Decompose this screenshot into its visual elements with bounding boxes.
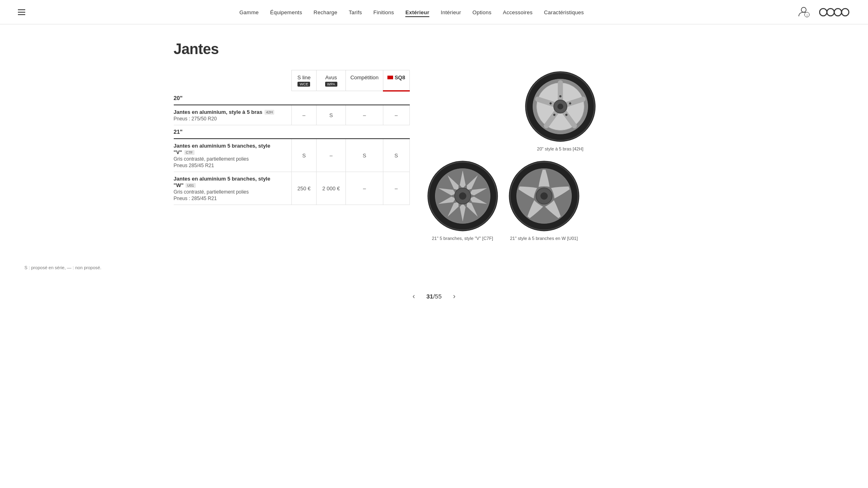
nav-left	[16, 8, 27, 17]
page-footer: ‹ 31/55 ›	[0, 278, 868, 310]
right-panel: 20" style à 5 bras [42H]	[426, 70, 695, 241]
wheel-20-caption: 20" style à 5 bras [42H]	[537, 146, 584, 151]
nav-link-finitions[interactable]: Finitions	[374, 9, 394, 15]
left-panel: S lineWCEAvusWPACompétitionSQ8 20"Jantes…	[174, 70, 410, 241]
current-page: 31	[426, 293, 433, 300]
navigation: GammeÉquipementsRechargeTarifsFinitionsE…	[0, 0, 868, 24]
table-row: Jantes en aluminium, style à 5 bras42HPn…	[174, 105, 410, 125]
hamburger-menu[interactable]	[16, 8, 27, 17]
wheel-21v-caption: 21" 5 branches, style "V" [C7F]	[432, 236, 493, 241]
svg-point-3	[820, 9, 827, 16]
config-table: S lineWCEAvusWPACompétitionSQ8 20"Jantes…	[174, 70, 410, 205]
table-row: Jantes en aluminium 5 branches, style "V…	[174, 139, 410, 172]
wheel-image-20: 20" style à 5 bras [42H]	[426, 70, 695, 151]
nav-link-caractristiques[interactable]: Caractéristiques	[544, 9, 584, 15]
total-pages: 55	[435, 293, 442, 300]
wheel-21w-caption: 21" style à 5 branches en W [U01]	[510, 236, 578, 241]
svg-point-4	[827, 9, 834, 16]
page-title: Jantes	[174, 41, 695, 58]
col-header-comptition: Compétition	[346, 70, 383, 91]
col-header-avus: AvusWPA	[316, 70, 345, 91]
svg-text:↕: ↕	[806, 13, 808, 17]
page-number: 31/55	[426, 293, 442, 300]
content-layout: S lineWCEAvusWPACompétitionSQ8 20"Jantes…	[174, 70, 695, 241]
col-header-sline: S lineWCE	[292, 70, 317, 91]
nav-link-extrieur[interactable]: Extérieur	[405, 9, 429, 17]
wheel-image-21-row: 21" 5 branches, style "V" [C7F]	[426, 159, 695, 241]
col-header-sq: SQ8	[383, 70, 409, 91]
nav-link-intrieur[interactable]: Intérieur	[441, 9, 461, 15]
table-row: Jantes en aluminium 5 branches, style "W…	[174, 172, 410, 205]
svg-point-0	[801, 7, 806, 12]
user-icon[interactable]: ↕	[796, 4, 811, 20]
svg-point-31	[540, 192, 548, 200]
wheel-image-21v: 21" 5 branches, style "V" [C7F]	[426, 159, 499, 241]
footnote: S : proposé en série, — : non proposé.	[0, 257, 868, 278]
audi-logo	[819, 7, 852, 18]
nav-link-gamme[interactable]: Gamme	[239, 9, 259, 15]
svg-point-6	[842, 9, 849, 16]
next-page-button[interactable]: ›	[450, 290, 459, 302]
nav-link-options[interactable]: Options	[472, 9, 492, 15]
svg-point-26	[459, 192, 466, 200]
nav-link-recharge[interactable]: Recharge	[314, 9, 337, 15]
main-content: Jantes S lineWCEAvusWPACompétitionSQ8 20…	[149, 24, 719, 257]
nav-link-tarifs[interactable]: Tarifs	[349, 9, 362, 15]
wheel-image-21w: 21" style à 5 branches en W [U01]	[507, 159, 581, 241]
svg-point-5	[834, 9, 842, 16]
nav-link-quipements[interactable]: Équipements	[270, 9, 302, 15]
nav-right: ↕	[796, 4, 852, 20]
nav-links: GammeÉquipementsRechargeTarifsFinitionsE…	[239, 9, 584, 15]
prev-page-button[interactable]: ‹	[409, 290, 418, 302]
section-header: 21"	[174, 125, 410, 139]
section-header: 20"	[174, 91, 410, 105]
nav-link-accessoires[interactable]: Accessoires	[503, 9, 533, 15]
svg-point-16	[557, 104, 563, 109]
svg-point-17	[559, 95, 561, 97]
